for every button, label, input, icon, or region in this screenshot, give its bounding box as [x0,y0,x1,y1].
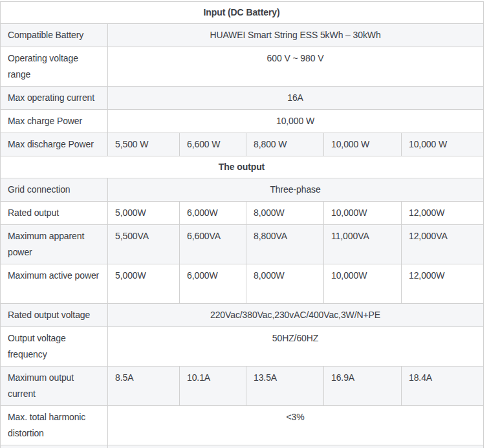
spec-value-cell: 10,000 W [108,110,484,133]
spec-value-cell: 600 V ~ 980 V [108,47,484,87]
spec-label-cell: Operating voltage range [1,47,108,87]
spec-value-cell: 8,800VA [246,225,324,264]
spec-value-cell: 5,500VA [108,225,180,264]
spec-row: Maximum active power5,000W6,000W8,000W10… [1,264,484,304]
section-header-row: The output [1,156,484,178]
spec-value-cell: 6,000W [180,202,246,225]
spec-row: Max charge Power10,000 W [1,110,484,133]
spec-table-body: Input (DC Battery)Compatible BatteryHUAW… [1,2,484,448]
spec-label-cell: Rated output voltage [1,304,108,327]
spec-value-cell: 8,000W [246,202,324,225]
cutoff-label-cell [1,445,108,448]
cutoff-row [1,445,484,448]
spec-value-cell: 6,600VA [180,225,246,264]
spec-row: Max operating current16A [1,87,484,110]
spec-value-cell: 10,000W [324,264,402,304]
spec-row: Compatible BatteryHUAWEI Smart String ES… [1,24,484,47]
spec-value-cell: 10,000W [324,202,402,225]
spec-label-cell: Max charge Power [1,110,108,133]
spec-value-cell: HUAWEI Smart String ESS 5kWh – 30kWh [108,24,484,47]
spec-value-cell: 12,000VA [402,225,484,264]
spec-value-cell: <3% [108,406,484,445]
spec-row: Maximum apparent power5,500VA6,600VA8,80… [1,225,484,264]
spec-value-cell: 5,500 W [108,133,180,156]
spec-row: Grid connectionThree-phase [1,178,484,202]
spec-value-cell: 8.5A [108,367,180,406]
spec-value-cell: 6,600 W [180,133,246,156]
spec-value-cell: 5,000W [108,264,180,304]
section-header-row: Input (DC Battery) [1,2,484,24]
page: Input (DC Battery)Compatible BatteryHUAW… [0,0,500,448]
spec-row: Output voltage frequency50HZ/60HZ [1,327,484,367]
spec-label-cell: Maximum apparent power [1,225,108,264]
spec-label-cell: Max. total harmonic distortion [1,406,108,445]
spec-label-cell: Maximum active power [1,264,108,304]
spec-value-cell: 18.4A [402,367,484,406]
spec-value-cell: 16A [108,87,484,110]
spec-value-cell: 5,000W [108,202,180,225]
spec-value-cell: 50HZ/60HZ [108,327,484,367]
cutoff-value-cell [108,445,484,448]
spec-label-cell: Max operating current [1,87,108,110]
spec-value-cell: 12,000W [402,264,484,304]
section-header: The output [1,156,484,178]
spec-label-cell: Compatible Battery [1,24,108,47]
spec-value-cell: 6,000W [180,264,246,304]
spec-value-cell: 11,000VA [324,225,402,264]
spec-row: Operating voltage range600 V ~ 980 V [1,47,484,87]
spec-value-cell: 10,000 W [324,133,402,156]
spec-value-cell: 10,000 W [402,133,484,156]
spec-value-cell: Three-phase [108,178,484,202]
spec-label-cell: Rated output [1,202,108,225]
spec-label-cell: Max discharge Power [1,133,108,156]
spec-label-cell: Maximum output current [1,367,108,406]
spec-value-cell: 13.5A [246,367,324,406]
spec-row: Maximum output current8.5A10.1A13.5A16.9… [1,367,484,406]
section-header: Input (DC Battery) [1,2,484,24]
spec-label-cell: Output voltage frequency [1,327,108,367]
spec-row: Max. total harmonic distortion<3% [1,406,484,445]
spec-row: Rated output voltage220Vac/380Vac,230vAC… [1,304,484,327]
spec-label-cell: Grid connection [1,178,108,202]
spec-value-cell: 220Vac/380Vac,230vAC/400Vac,3W/N+PE [108,304,484,327]
spec-value-cell: 8,800 W [246,133,324,156]
spec-row: Max discharge Power5,500 W6,600 W8,800 W… [1,133,484,156]
spec-value-cell: 12,000W [402,202,484,225]
spec-value-cell: 10.1A [180,367,246,406]
spec-row: Rated output5,000W6,000W8,000W10,000W12,… [1,202,484,225]
spec-value-cell: 8,000W [246,264,324,304]
spec-value-cell: 16.9A [324,367,402,406]
spec-table: Input (DC Battery)Compatible BatteryHUAW… [0,1,484,448]
